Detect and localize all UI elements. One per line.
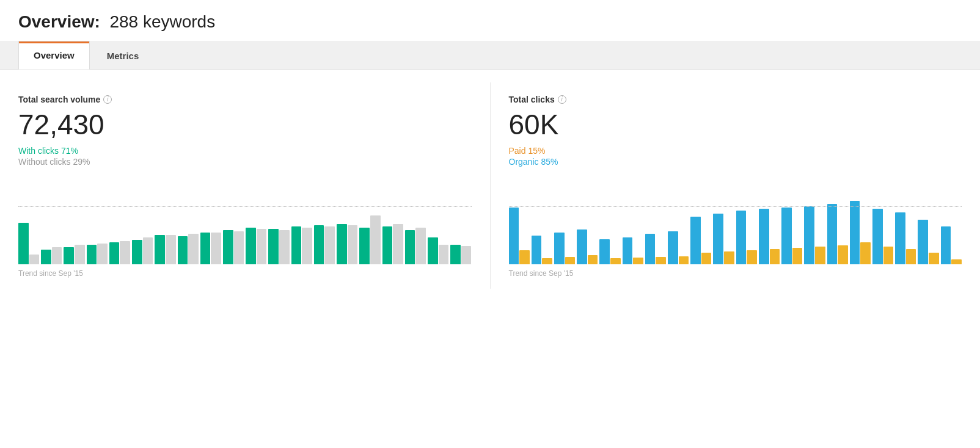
bar-group xyxy=(668,231,689,264)
bar-group xyxy=(359,215,380,264)
bar-blue xyxy=(827,204,838,264)
bar-orange xyxy=(792,248,803,264)
bar-green xyxy=(223,230,233,264)
search-volume-panel: Total search volume i 72,430 With clicks… xyxy=(0,82,490,289)
bar-group xyxy=(268,229,289,264)
bar-blue xyxy=(781,208,792,264)
bar-orange xyxy=(838,245,848,264)
bar-orange xyxy=(770,249,780,264)
bar-green xyxy=(314,225,324,264)
bar-group xyxy=(178,234,199,264)
bar-green xyxy=(405,230,415,264)
organic-stat: Organic 85% xyxy=(509,157,962,167)
bar-green xyxy=(155,235,165,264)
bar-green xyxy=(359,228,370,264)
bar-orange xyxy=(883,247,894,264)
bar-gray xyxy=(257,229,267,264)
tab-overview[interactable]: Overview xyxy=(18,41,90,70)
bar-blue xyxy=(532,236,542,264)
bar-gray xyxy=(120,241,130,264)
bar-green xyxy=(200,233,211,264)
bar-group xyxy=(246,228,266,264)
bar-group xyxy=(532,236,552,264)
bar-group xyxy=(337,224,357,264)
bar-group xyxy=(41,247,62,264)
bar-orange xyxy=(951,259,962,264)
total-clicks-panel: Total clicks i 60K Paid 15% Organic 85% … xyxy=(490,82,981,289)
bar-gray xyxy=(370,215,381,264)
bar-group xyxy=(64,245,84,264)
search-volume-chart: Trend since Sep '15 xyxy=(18,179,472,276)
bar-green xyxy=(382,226,393,264)
bar-group xyxy=(895,212,916,264)
bar-gray xyxy=(415,228,426,264)
bar-gray xyxy=(75,245,85,264)
total-clicks-title: Total clicks i xyxy=(509,95,962,104)
bar-group xyxy=(87,244,108,264)
total-clicks-trend-label: Trend since Sep '15 xyxy=(509,269,962,278)
bar-group xyxy=(18,223,39,264)
bar-group xyxy=(200,233,221,264)
bar-orange xyxy=(588,255,598,264)
bar-blue xyxy=(509,208,519,264)
bar-blue xyxy=(872,209,883,264)
bar-blue xyxy=(736,211,747,264)
bar-green xyxy=(64,247,74,264)
bar-group xyxy=(645,234,666,264)
bar-orange xyxy=(815,247,825,264)
bar-green xyxy=(41,250,51,264)
bar-gray xyxy=(279,230,290,264)
bar-blue xyxy=(850,201,860,264)
bar-group xyxy=(690,217,711,264)
bar-group xyxy=(155,235,175,264)
bar-group xyxy=(872,209,893,264)
bar-group xyxy=(109,241,130,264)
bar-green xyxy=(18,223,29,264)
header-title-prefix: Overview: xyxy=(18,12,100,31)
search-volume-info-icon: i xyxy=(103,95,112,104)
bar-blue xyxy=(645,234,656,264)
tab-metrics[interactable]: Metrics xyxy=(92,42,154,70)
bar-green xyxy=(428,237,438,264)
bar-group xyxy=(382,224,403,264)
bar-group xyxy=(509,208,530,264)
bar-orange xyxy=(747,250,757,264)
bar-orange xyxy=(519,250,530,264)
bar-gray xyxy=(234,231,244,264)
page-header: Overview: 288 keywords xyxy=(0,0,980,41)
total-clicks-info-icon: i xyxy=(558,95,566,104)
search-volume-trend-label: Trend since Sep '15 xyxy=(18,269,472,278)
bar-orange xyxy=(860,242,871,264)
bar-orange xyxy=(610,258,621,264)
without-clicks-stat: Without clicks 29% xyxy=(18,157,472,167)
bar-green xyxy=(291,226,302,264)
search-volume-title: Total search volume i xyxy=(18,95,472,104)
bar-gray xyxy=(324,226,335,264)
bar-gray xyxy=(143,237,153,264)
bar-gray xyxy=(439,245,449,264)
search-volume-value: 72,430 xyxy=(18,108,472,141)
bar-green xyxy=(178,236,188,264)
bar-gray xyxy=(393,224,403,264)
bar-group xyxy=(804,206,825,264)
bar-orange xyxy=(929,253,939,264)
bar-group xyxy=(781,208,802,264)
bar-blue xyxy=(577,229,587,264)
bar-group xyxy=(759,209,780,264)
bar-gray xyxy=(97,244,108,264)
bar-blue xyxy=(918,220,928,264)
bar-blue xyxy=(941,226,951,264)
bar-blue xyxy=(895,212,905,264)
bar-group xyxy=(554,233,575,264)
content-area: Total search volume i 72,430 With clicks… xyxy=(0,70,980,301)
bar-gray xyxy=(166,235,176,264)
bar-group xyxy=(827,204,848,264)
total-clicks-value: 60K xyxy=(509,108,962,141)
bar-green xyxy=(87,245,97,264)
bar-blue xyxy=(804,206,814,264)
bar-gray xyxy=(302,228,312,264)
bar-green xyxy=(268,229,279,264)
bar-blue xyxy=(690,217,701,264)
bar-group xyxy=(623,237,643,264)
header-title-value: 288 keywords xyxy=(109,12,215,31)
